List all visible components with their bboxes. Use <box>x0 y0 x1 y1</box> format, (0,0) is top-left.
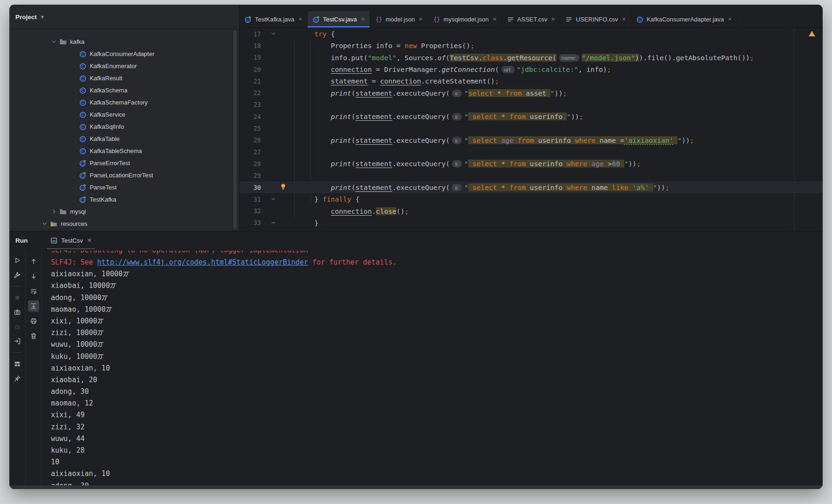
csv-file-icon <box>507 15 515 23</box>
code-line-25[interactable]: 25 <box>240 122 823 134</box>
line-number[interactable]: 32 <box>240 207 265 215</box>
project-panel-header[interactable]: Project ▼ <box>9 5 239 29</box>
editor-tab-testcsv-java[interactable]: CTestCsv.java✕ <box>308 11 370 28</box>
tree-item-kafkaservice[interactable]: CKafkaService <box>9 108 239 120</box>
rerun-icon[interactable] <box>12 255 23 266</box>
layout-icon[interactable] <box>12 358 23 370</box>
intention-bulb-icon[interactable] <box>280 183 287 192</box>
stop-icon[interactable] <box>12 292 23 303</box>
close-icon[interactable]: ✕ <box>622 16 626 22</box>
tree-item-kafkasqlinfo[interactable]: CKafkaSqlInfo <box>9 120 239 133</box>
close-icon[interactable]: ✕ <box>87 237 92 244</box>
line-number[interactable]: 20 <box>240 66 265 73</box>
tree-item-kafkaenumerator[interactable]: CKafkaEnumerator <box>9 60 239 72</box>
tree-item-kafka[interactable]: kafka <box>9 35 239 48</box>
tree-item-kafkaresult[interactable]: CKafkaResult <box>9 72 239 84</box>
line-number[interactable]: 30 <box>240 184 265 191</box>
line-number[interactable]: 18 <box>240 42 265 49</box>
chevron-expanded-icon[interactable] <box>39 221 49 227</box>
close-icon[interactable]: ✕ <box>361 16 365 22</box>
test-icon: C <box>78 171 87 179</box>
settings-icon[interactable] <box>12 269 23 280</box>
console-line: maomao, 12 <box>51 398 823 409</box>
chevron-down-icon: ▼ <box>40 14 45 20</box>
line-number[interactable]: 27 <box>240 148 265 156</box>
code-line-31[interactable]: 31 } finally { <box>240 193 823 205</box>
tree-item-kafkaschemafactory[interactable]: CKafkaSchemaFactory <box>9 96 239 108</box>
code-line-19[interactable]: 19 info.put("model", Sources.of(TestCsv.… <box>240 52 823 63</box>
soft-wrap-icon[interactable] <box>28 286 39 297</box>
code-line-21[interactable]: 21 statement = connection.createStatemen… <box>240 75 823 87</box>
down-stack-icon[interactable] <box>28 271 39 282</box>
code-line-22[interactable]: 22 print(statement.executeQuery(s:"selec… <box>240 87 823 98</box>
editor-tab-mysqlmodel-json[interactable]: {}mysqlmodel.json✕ <box>428 11 502 28</box>
project-scrollbar-thumb[interactable] <box>233 31 237 229</box>
editor-tab-testkafka-java[interactable]: CTestKafka.java✕ <box>240 11 308 28</box>
exit-icon[interactable] <box>12 336 23 347</box>
tree-item-kafkaschema[interactable]: CKafkaSchema <box>9 84 239 96</box>
pin-icon[interactable] <box>12 373 23 384</box>
console-link[interactable]: http://www.slf4j.org/codes.html#StaticLo… <box>97 258 308 266</box>
line-number[interactable]: 28 <box>240 160 265 168</box>
folder-icon <box>59 207 67 216</box>
close-icon[interactable]: ✕ <box>419 16 423 22</box>
code-line-33[interactable]: 33 } <box>240 217 823 229</box>
line-number[interactable]: 29 <box>240 172 265 179</box>
parameter-hint: s: <box>452 90 462 97</box>
tree-item-parsetest[interactable]: CParseTest <box>9 181 239 193</box>
line-number[interactable]: 23 <box>240 101 265 108</box>
line-number[interactable]: 21 <box>240 77 265 85</box>
chevron-expanded-icon[interactable] <box>49 39 59 45</box>
thread-dump-icon[interactable] <box>12 307 23 318</box>
tree-item-testkafka[interactable]: CTestKafka <box>9 193 239 205</box>
run-panel-title: Run <box>15 237 28 244</box>
line-number[interactable]: 22 <box>240 89 265 97</box>
chevron-collapsed-icon[interactable] <box>49 209 59 215</box>
code-line-26[interactable]: 26 print(statement.executeQuery(s:" sele… <box>240 134 823 146</box>
fold-marker-icon[interactable] <box>265 196 282 202</box>
editor-tab-userinfo-csv[interactable]: USERINFO.csv✕ <box>560 11 631 28</box>
test-icon: C <box>78 195 87 203</box>
code-line-30[interactable]: 30 print(statement.executeQuery(s:" sele… <box>240 182 823 193</box>
code-line-20[interactable]: 20 connection = DriverManager.getConnect… <box>240 63 823 75</box>
tree-item-kafkaconsumeradapter[interactable]: CKafkaConsumerAdapter <box>9 48 239 60</box>
clear-console-icon[interactable] <box>28 330 39 342</box>
line-number[interactable]: 31 <box>240 196 265 203</box>
up-stack-icon[interactable] <box>28 256 39 267</box>
code-line-29[interactable]: 29 <box>240 170 823 182</box>
fold-marker-icon[interactable] <box>265 220 282 226</box>
line-number[interactable]: 26 <box>240 136 265 144</box>
code-editor[interactable]: 17 try {18 Properties info = new Propert… <box>240 28 823 231</box>
tree-item-kafkatableschema[interactable]: CKafkaTableSchema <box>9 145 239 157</box>
line-number[interactable]: 33 <box>240 219 265 226</box>
editor-tab-kafkaconsumeradapter-java[interactable]: CKafkaConsumerAdapter.java✕ <box>631 11 737 28</box>
scroll-to-end-icon[interactable] <box>28 301 39 312</box>
close-icon[interactable]: ✕ <box>493 16 497 22</box>
line-number[interactable]: 19 <box>240 54 265 61</box>
line-number[interactable]: 24 <box>240 113 265 120</box>
close-icon[interactable]: ✕ <box>727 16 732 22</box>
tree-item-parseerrortest[interactable]: CParseErrorTest <box>9 157 239 169</box>
tree-item-parselocationerrortest[interactable]: CParseLocationErrorTest <box>9 169 239 181</box>
code-line-32[interactable]: 32 connection.close(); <box>240 205 823 217</box>
fold-marker-icon[interactable] <box>265 31 282 37</box>
svg-text:C: C <box>81 88 85 93</box>
code-line-28[interactable]: 28 print(statement.executeQuery(s:" sele… <box>240 158 823 169</box>
profiler-icon[interactable] <box>12 321 23 332</box>
line-number[interactable]: 25 <box>240 125 265 132</box>
code-line-18[interactable]: 18 Properties info = new Properties(); <box>240 40 823 51</box>
code-line-27[interactable]: 27 <box>240 146 823 158</box>
run-tab-testcsv[interactable]: TestCsv ✕ <box>47 231 94 249</box>
close-icon[interactable]: ✕ <box>298 16 303 22</box>
editor-tab-asset-csv[interactable]: ASSET.csv✕ <box>502 11 561 28</box>
tree-item-resources[interactable]: resources <box>9 217 239 230</box>
line-number[interactable]: 17 <box>240 30 265 38</box>
code-line-23[interactable]: 23 <box>240 99 823 111</box>
code-line-17[interactable]: 17 try { <box>240 28 823 40</box>
print-icon[interactable] <box>28 315 39 327</box>
editor-tab-model-json[interactable]: {}model.json✕ <box>370 11 428 28</box>
tree-item-kafkatable[interactable]: CKafkaTable <box>9 133 239 145</box>
code-line-24[interactable]: 24 print(statement.executeQuery(s:" sele… <box>240 111 823 122</box>
close-icon[interactable]: ✕ <box>551 16 555 22</box>
tree-item-mysql[interactable]: mysql <box>9 205 239 217</box>
